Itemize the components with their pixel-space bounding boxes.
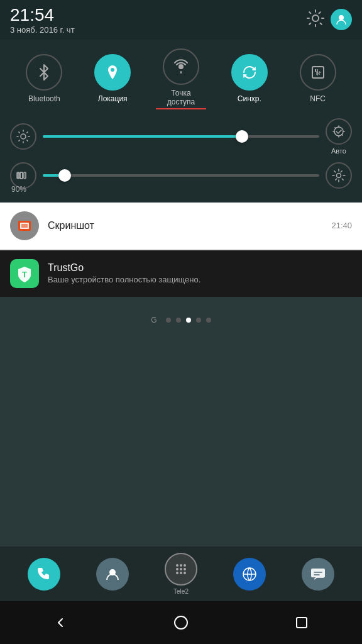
sync-button[interactable]	[231, 54, 268, 91]
dock-browser[interactable]	[233, 558, 266, 591]
toggle-sync[interactable]: Синхр.	[224, 54, 275, 103]
toggle-location[interactable]: Локация	[87, 54, 138, 103]
toggle-row: Bluetooth Локация	[10, 48, 352, 109]
svg-point-24	[184, 572, 186, 574]
dock-phone[interactable]	[28, 558, 60, 591]
toggle-hotspot[interactable]: Точкадоступа	[156, 48, 206, 109]
apps-icon[interactable]	[165, 553, 197, 586]
volume-thumb[interactable]	[58, 169, 71, 182]
brightness-icon[interactable]	[10, 123, 36, 150]
screenshot-title: Скриншот	[48, 220, 322, 231]
svg-point-19	[176, 568, 178, 570]
trustgo-app-icon: T	[10, 259, 39, 288]
svg-point-10	[337, 173, 341, 177]
bluetooth-label: Bluetooth	[28, 94, 60, 103]
apps-label: Tele2	[173, 588, 189, 595]
bluetooth-button[interactable]	[26, 54, 62, 91]
page-letter-g: G	[151, 316, 156, 325]
notifications-container: Скриншот 21:40 T TrustGo Ваше устройство…	[0, 203, 362, 297]
svg-rect-28	[297, 618, 307, 628]
hotspot-label: Точкадоступа	[167, 89, 195, 107]
svg-point-22	[176, 572, 178, 574]
volume-slider[interactable]	[43, 169, 319, 182]
svg-point-17	[180, 564, 182, 567]
page-dot-5[interactable]	[206, 318, 211, 323]
date: 3 нояб. 2016 г. чт	[10, 25, 75, 35]
brightness-slider[interactable]	[43, 130, 319, 143]
dock-messages[interactable]	[302, 558, 334, 591]
page-dot-4[interactable]	[196, 318, 201, 323]
page-dot-3[interactable]	[186, 318, 191, 323]
location-button[interactable]	[94, 54, 131, 91]
contacts-icon[interactable]	[96, 558, 129, 591]
svg-rect-9	[24, 172, 26, 179]
brightness-fill	[43, 135, 242, 138]
notification-trustgo[interactable]: T TrustGo Ваше устройство полностью защи…	[0, 250, 362, 297]
page-indicators: G	[0, 309, 362, 331]
brightness-group: Авто	[10, 118, 352, 155]
toggle-bluetooth[interactable]: Bluetooth	[19, 54, 69, 103]
screenshot-time: 21:40	[331, 221, 352, 230]
settings-small-button[interactable]	[326, 162, 352, 189]
home-area: G	[0, 297, 362, 547]
screen: 21:54 3 нояб. 2016 г. чт	[0, 0, 362, 644]
trustgo-subtitle: Ваше устройство полностью защищено.	[48, 275, 352, 284]
messages-icon[interactable]	[302, 558, 334, 591]
user-icon[interactable]	[331, 9, 352, 30]
svg-point-23	[180, 572, 182, 574]
recents-button[interactable]	[288, 609, 315, 636]
browser-icon[interactable]	[233, 558, 266, 591]
hotspot-underline	[156, 108, 206, 109]
svg-text:T: T	[22, 270, 27, 279]
brightness-thumb[interactable]	[236, 130, 248, 143]
svg-point-21	[184, 568, 186, 570]
settings-icon[interactable]	[307, 9, 324, 30]
dock-contacts[interactable]	[96, 558, 129, 591]
auto-label: Авто	[326, 147, 352, 155]
svg-point-0	[339, 15, 344, 20]
dock: Tele2	[0, 547, 362, 601]
quick-settings-panel: Bluetooth Локация	[0, 40, 362, 203]
svg-rect-8	[20, 172, 23, 179]
trustgo-title: TrustGo	[48, 262, 352, 274]
phone-icon[interactable]	[28, 558, 60, 591]
svg-point-27	[175, 616, 187, 629]
svg-point-20	[180, 568, 182, 570]
svg-point-1	[111, 68, 114, 72]
status-bar: 21:54 3 нояб. 2016 г. чт	[0, 0, 362, 40]
auto-group: Авто	[326, 118, 352, 155]
sync-label: Синхр.	[238, 94, 261, 103]
page-dot-2[interactable]	[176, 318, 181, 323]
brightness-percent-label: 90%	[11, 185, 352, 194]
nav-bar	[0, 601, 362, 644]
svg-point-16	[176, 564, 178, 567]
svg-point-4	[21, 134, 26, 139]
home-button[interactable]	[167, 609, 195, 636]
screenshot-app-icon	[10, 211, 39, 240]
svg-rect-26	[311, 569, 325, 577]
screenshot-notif-content: Скриншот	[48, 220, 322, 231]
svg-rect-13	[21, 224, 28, 228]
toggle-nfc[interactable]: N NFC	[293, 54, 343, 103]
page-dot-1[interactable]	[166, 318, 171, 323]
hotspot-button[interactable]	[163, 48, 199, 85]
notification-screenshot[interactable]: Скриншот 21:40	[0, 203, 362, 249]
nfc-label: NFC	[310, 94, 326, 103]
auto-button[interactable]	[326, 118, 352, 145]
location-label: Локация	[98, 94, 128, 103]
time-date: 21:54 3 нояб. 2016 г. чт	[10, 6, 75, 35]
svg-point-18	[184, 564, 186, 567]
time: 21:54	[10, 6, 75, 24]
status-icons	[307, 6, 352, 30]
nfc-button[interactable]: N	[300, 54, 336, 91]
dock-apps[interactable]: Tele2	[165, 553, 197, 595]
trustgo-notif-content: TrustGo Ваше устройство полностью защище…	[48, 262, 352, 284]
back-button[interactable]	[47, 609, 74, 636]
